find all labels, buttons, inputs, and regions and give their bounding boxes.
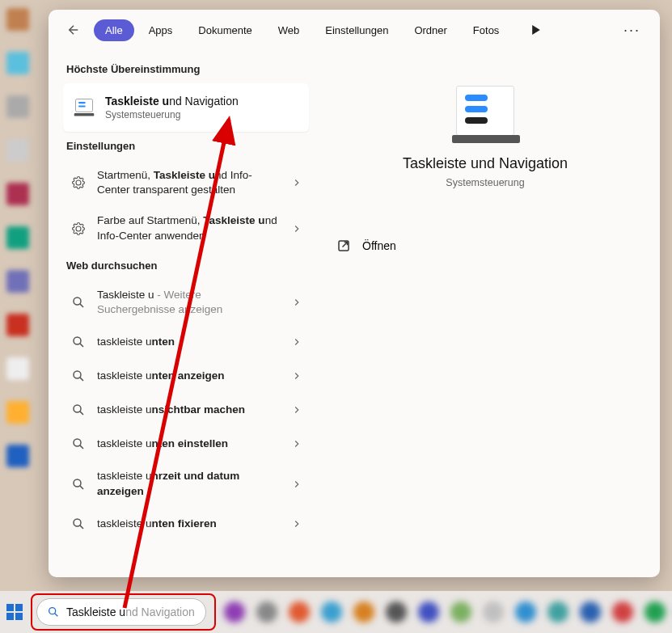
search-icon: [71, 403, 86, 417]
svg-line-17: [80, 525, 83, 529]
taskbar-app-icon[interactable]: [289, 601, 310, 622]
preview-subtitle: Systemsteuerung: [446, 177, 524, 188]
taskbar-search[interactable]: Taskleiste und Navigation: [36, 598, 206, 626]
taskbar-app-icon[interactable]: [483, 601, 504, 622]
chevron-right-icon: [291, 223, 302, 234]
taskbar-app-icon[interactable]: [450, 601, 471, 622]
best-match-item[interactable]: Taskleiste und Navigation Systemsteuerun…: [63, 83, 309, 132]
results-pane: Höchste Übereinstimmung Taskleiste und N…: [49, 47, 315, 577]
svg-point-6: [74, 337, 81, 344]
filter-tab-dokumente[interactable]: Dokumente: [187, 19, 263, 41]
best-match-title: Taskleiste und Navigation: [105, 95, 239, 108]
taskbar-app-icon[interactable]: [386, 601, 407, 622]
web-result-item[interactable]: taskleiste unsichtbar machen: [63, 393, 309, 427]
search-icon: [71, 295, 86, 310]
taskbar-app-icon[interactable]: [645, 601, 666, 622]
filter-tab-fotos[interactable]: Fotos: [462, 19, 511, 41]
svg-line-9: [80, 378, 83, 381]
taskbar-app-icon[interactable]: [353, 601, 374, 622]
search-icon: [47, 606, 60, 618]
desktop-icon[interactable]: [6, 52, 29, 74]
ellipsis-icon: ···: [623, 22, 640, 38]
desktop-icon[interactable]: [6, 95, 29, 118]
preview-open-button[interactable]: Öffnen: [330, 229, 640, 263]
preview-title: Taskleiste und Navigation: [403, 155, 568, 172]
taskbar-app-icon[interactable]: [256, 601, 277, 622]
settings-result-item[interactable]: Startmenü, Taskleiste und Info-Center tr…: [63, 160, 309, 205]
settings-result-item[interactable]: Farbe auf Startmenü, Taskleiste und Info…: [63, 205, 309, 251]
filter-tab-apps[interactable]: Apps: [137, 19, 184, 41]
svg-point-20: [49, 608, 56, 614]
taskbar-app-icon[interactable]: [612, 601, 633, 622]
taskbar-app-icon[interactable]: [224, 601, 245, 622]
web-result-item[interactable]: taskleiste unten: [63, 325, 309, 359]
desktop-icon[interactable]: [6, 445, 29, 467]
web-result-item[interactable]: taskleiste unten fixieren: [63, 507, 309, 541]
desktop-icon[interactable]: [6, 357, 29, 380]
taskbar: Taskleiste und Navigation: [0, 591, 672, 633]
result-text: taskleiste unsichtbar machen: [97, 403, 281, 417]
web-result-item[interactable]: taskleiste unten einstellen: [63, 427, 309, 461]
filter-tab-ordner[interactable]: Ordner: [403, 19, 458, 41]
svg-point-16: [74, 519, 81, 526]
gear-icon: [71, 222, 86, 236]
search-icon: [71, 517, 86, 531]
back-button[interactable]: [61, 18, 86, 42]
taskbar-app-icon[interactable]: [547, 601, 568, 622]
section-settings: Einstellungen: [66, 140, 306, 152]
gear-icon: [71, 175, 86, 190]
search-input[interactable]: Taskleiste und Navigation: [66, 606, 196, 618]
desktop-icon[interactable]: [6, 139, 29, 162]
chevron-right-icon: [291, 438, 302, 449]
search-topbar: AlleAppsDokumenteWebEinstellungenOrdnerF…: [49, 10, 660, 47]
search-flyout: AlleAppsDokumenteWebEinstellungenOrdnerF…: [49, 10, 660, 577]
result-text: taskleiste unten fixieren: [97, 517, 281, 531]
annotation-highlight-box: Taskleiste und Navigation: [31, 593, 216, 631]
start-button[interactable]: [6, 598, 23, 626]
desktop-icon[interactable]: [6, 314, 29, 336]
taskbar-pinned-apps: [224, 601, 672, 622]
web-result-item[interactable]: Taskleiste u - Weitere Suchergebnisse an…: [63, 280, 309, 325]
taskbar-app-icon[interactable]: [418, 601, 439, 622]
chevron-right-icon: [291, 479, 302, 490]
search-icon: [71, 369, 86, 383]
svg-line-15: [80, 485, 83, 488]
open-icon: [336, 238, 351, 253]
search-typed-text: Taskleiste u: [66, 606, 125, 618]
taskbar-app-icon[interactable]: [321, 601, 342, 622]
web-result-item[interactable]: taskleiste uhrzeit und datum anzeigen: [63, 461, 309, 506]
svg-line-13: [80, 445, 83, 449]
search-icon: [71, 477, 86, 492]
svg-point-8: [74, 371, 81, 378]
desktop-icon[interactable]: [6, 270, 29, 293]
desktop-icons-column: [0, 0, 36, 633]
filter-tab-alle[interactable]: Alle: [94, 19, 134, 41]
chevron-right-icon: [291, 336, 302, 348]
svg-line-21: [55, 614, 58, 617]
chevron-right-icon: [291, 518, 302, 530]
chevron-right-icon: [291, 370, 302, 382]
options-button[interactable]: ···: [617, 19, 647, 42]
preview-open-label: Öffnen: [362, 239, 396, 252]
result-text: taskleiste unten anzeigen: [97, 369, 281, 383]
result-text: Farbe auf Startmenü, Taskleiste und Info…: [97, 213, 281, 243]
taskbar-settings-icon: [73, 96, 95, 119]
section-best-match: Höchste Übereinstimmung: [66, 63, 306, 75]
preview-pane: Taskleiste und Navigation Systemsteuerun…: [315, 47, 660, 577]
more-filters-button[interactable]: [525, 19, 547, 41]
filter-tab-web[interactable]: Web: [267, 19, 311, 41]
desktop-icon[interactable]: [6, 401, 29, 424]
search-icon: [71, 437, 86, 451]
desktop-icon[interactable]: [6, 183, 29, 205]
svg-point-4: [74, 298, 81, 305]
desktop-icon[interactable]: [6, 226, 29, 249]
result-text: Taskleiste u - Weitere Suchergebnisse an…: [97, 288, 281, 317]
svg-point-14: [74, 479, 81, 487]
windows-logo-icon: [6, 604, 23, 620]
taskbar-app-icon[interactable]: [580, 601, 601, 622]
desktop-icon[interactable]: [6, 8, 29, 31]
web-result-item[interactable]: taskleiste unten anzeigen: [63, 359, 309, 393]
taskbar-app-icon[interactable]: [515, 601, 536, 622]
filter-tab-einstellungen[interactable]: Einstellungen: [314, 19, 399, 41]
svg-point-10: [74, 405, 81, 412]
